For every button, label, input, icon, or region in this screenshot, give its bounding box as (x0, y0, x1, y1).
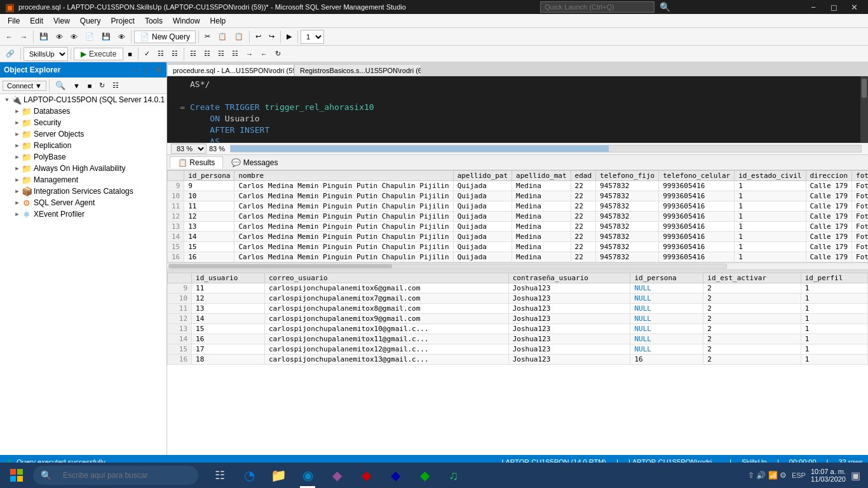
copy-button[interactable]: 📋 (215, 30, 230, 43)
tree-item-management[interactable]: ► 📁 Management (0, 174, 166, 186)
results-table-1-wrapper[interactable]: id_persona nombre apellido_pat apellido_… (167, 170, 868, 262)
cancel-button[interactable]: ■ (125, 48, 135, 60)
database-select[interactable]: SkillsUp (24, 47, 68, 61)
taskbar-app7[interactable]: ◆ (410, 463, 438, 488)
menu-query[interactable]: Query (75, 15, 106, 27)
indent-btn[interactable]: → (243, 48, 256, 60)
table-row[interactable]: 1113carlospijonchupalanemitox8@gmail.com… (168, 304, 868, 314)
oe-refresh-btn[interactable]: 🔍 (52, 79, 69, 92)
code-editor[interactable]: AS*/ =Create TRIGGER trigger_rel_ahorasi… (167, 76, 868, 143)
oe-pin-icon[interactable]: ⋮ (141, 64, 151, 76)
oe-refresh-btn2[interactable]: ↻ (96, 79, 108, 92)
extra-btn[interactable]: ↻ (272, 48, 284, 60)
table-row[interactable]: 1616Carlos Medina Memin Pinguin Putin Ch… (168, 252, 869, 262)
taskbar-search[interactable]: 🔍 (33, 466, 198, 485)
show-results-btn[interactable]: ☷ (154, 48, 167, 60)
table-row[interactable]: 1517carlospijonchupalanemitox12@gmail.c.… (168, 344, 868, 355)
taskbar-app6[interactable]: ◆ (381, 463, 409, 488)
zoom-select[interactable]: 83 % (171, 144, 207, 154)
table-row[interactable]: 99Carlos Medina Memin Pinguin Putin Chap… (168, 181, 869, 191)
table-row[interactable]: 1214carlospijonchupalanemitox9@gmail.com… (168, 314, 868, 324)
taskbar-spotify[interactable]: ♫ (440, 463, 468, 488)
options-btn[interactable]: ☷ (187, 48, 200, 60)
close-button[interactable]: ✕ (845, 0, 863, 14)
minimize-button[interactable]: − (804, 0, 822, 14)
debug-btn[interactable]: ☷ (201, 48, 214, 60)
toolbar-btn-1[interactable]: 💾 (36, 30, 51, 43)
forward-button[interactable]: → (17, 31, 31, 43)
tree-item-databases[interactable]: ► 📁 Databases (0, 105, 166, 117)
menu-tools[interactable]: Tools (140, 15, 168, 27)
polybase-expand[interactable]: ► (13, 154, 22, 160)
tree-item-security[interactable]: ► 📁 Security (0, 117, 166, 128)
taskbar-app5[interactable]: ◆ (352, 463, 380, 488)
grid-btn[interactable]: ☷ (168, 48, 181, 60)
table-row[interactable]: 1313Carlos Medina Memin Pinguin Putin Ch… (168, 222, 869, 232)
security-expand[interactable]: ► (13, 119, 22, 126)
xevent-expand[interactable]: ► (13, 211, 22, 217)
server-expand-icon[interactable]: ▼ (3, 97, 11, 103)
menu-view[interactable]: View (48, 15, 75, 27)
taskbar-search-input[interactable] (55, 468, 182, 482)
tree-item-server-objects[interactable]: ► 📁 Server Objects (0, 128, 166, 140)
cut-button[interactable]: ✂ (201, 30, 214, 43)
undo-button[interactable]: ↩ (252, 30, 264, 43)
tree-item-replication[interactable]: ► 📁 Replication (0, 140, 166, 151)
results-to-btn[interactable]: ☷ (215, 48, 227, 60)
table-row[interactable]: 1212Carlos Medina Memin Pinguin Putin Ch… (168, 212, 869, 222)
oe-properties-btn[interactable]: ☷ (109, 79, 122, 92)
results-table-2-wrapper[interactable]: id_usuario correo_usuario contraseña_usu… (167, 273, 868, 455)
tree-item-xevent[interactable]: ► ⚛ XEvent Profiler (0, 208, 166, 220)
alwayson-expand[interactable]: ► (13, 165, 22, 172)
table-row[interactable]: 1111Carlos Medina Memin Pinguin Putin Ch… (168, 201, 869, 212)
paste-button[interactable]: 📋 (231, 30, 247, 43)
comment-btn[interactable]: ☷ (229, 48, 241, 60)
taskbar-edge[interactable]: ◔ (235, 463, 263, 488)
table-row[interactable]: 1315carlospijonchupalanemitox10@gmail.c.… (168, 324, 868, 334)
notification-icon[interactable]: ▣ (851, 470, 860, 482)
taskbar-edge2[interactable]: ◉ (294, 463, 322, 488)
management-expand[interactable]: ► (13, 177, 22, 183)
pin-button[interactable]: – (132, 64, 139, 76)
oe-stop-btn[interactable]: ■ (85, 80, 95, 92)
table-row[interactable]: 1010Carlos Medina Memin Pinguin Putin Ch… (168, 191, 869, 201)
menu-edit[interactable]: Edit (25, 15, 48, 27)
connect-btn[interactable]: 🔗 (3, 48, 18, 60)
replication-expand[interactable]: ► (13, 142, 22, 149)
search-icon[interactable]: 🔍 (660, 2, 670, 12)
quick-launch-input[interactable] (540, 1, 654, 13)
parse-button[interactable]: ✓ (141, 48, 153, 60)
execute-button[interactable]: ▶ Execute (74, 48, 123, 60)
table1-scrollbar[interactable] (167, 262, 868, 270)
toolbar-debug[interactable]: ▶ (283, 30, 295, 43)
table-row[interactable]: 1515Carlos Medina Memin Pinguin Putin Ch… (168, 242, 869, 252)
outdent-btn[interactable]: ← (257, 48, 271, 60)
oe-close-icon[interactable]: ✕ (154, 64, 163, 76)
taskbar-explorer[interactable]: 📁 (264, 463, 292, 488)
tab-procedure-sql[interactable]: procedure.sql - LA...U1S5PON\rodri (59))… (167, 64, 294, 76)
sql-agent-expand[interactable]: ► (13, 200, 22, 206)
table-row[interactable]: 1414Carlos Medina Memin Pinguin Putin Ch… (168, 232, 869, 242)
oe-filter-btn[interactable]: ▼ (70, 80, 83, 92)
toolbar-btn-3[interactable]: 👁 (67, 31, 81, 43)
table-row[interactable]: 1618carlospijonchupalanemitox13@gmail.c.… (168, 355, 868, 365)
results-tab-messages[interactable]: 💬 Messages (223, 156, 286, 168)
new-query-button[interactable]: 📄 New Query (134, 30, 196, 43)
redo-button[interactable]: ↪ (266, 30, 278, 43)
server-node[interactable]: ▼ 🔌 LAPTOP-CU1S5PON (SQL Server 14.0.1 (0, 94, 166, 105)
restore-button[interactable]: ◻ (825, 0, 843, 14)
menu-window[interactable]: Window (168, 15, 205, 27)
table-row[interactable]: 911carlospijonchupalanemitox6@gmail.comJ… (168, 283, 868, 294)
tree-item-polybase[interactable]: ► 📁 PolyBase (0, 151, 166, 163)
menu-help[interactable]: Help (205, 15, 231, 27)
taskbar-vs[interactable]: ◆ (323, 463, 351, 488)
tree-item-alwayson[interactable]: ► 📁 Always On High Availability (0, 163, 166, 174)
start-button[interactable] (3, 463, 31, 488)
integration-services-expand[interactable]: ► (13, 188, 22, 194)
table-row[interactable]: 1416carlospijonchupalanemitox11@gmail.c.… (168, 334, 868, 344)
server-objects-expand[interactable]: ► (13, 131, 22, 137)
toolbar-btn-4[interactable]: 📄 (82, 30, 97, 43)
menu-project[interactable]: Project (106, 15, 140, 27)
taskbar-taskview[interactable]: ☷ (206, 463, 234, 488)
results-tab-results[interactable]: 📋 Results (170, 156, 223, 168)
